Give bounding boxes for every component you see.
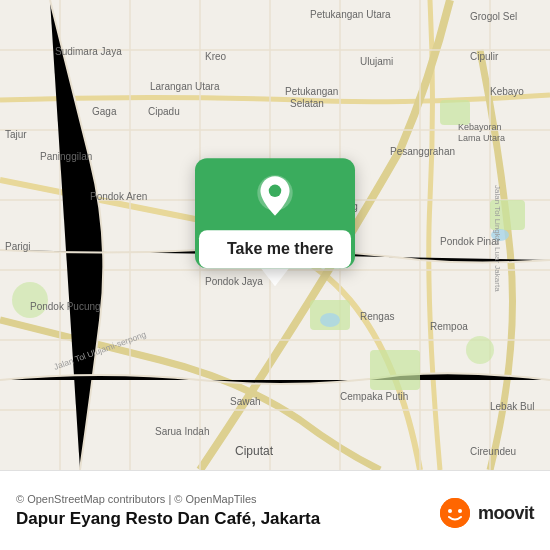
svg-text:Pondok Aren: Pondok Aren: [90, 191, 147, 202]
svg-text:Gaga: Gaga: [92, 106, 117, 117]
moovit-text: moovit: [478, 503, 534, 524]
svg-point-19: [466, 336, 494, 364]
svg-text:Paninggilan: Paninggilan: [40, 151, 92, 162]
moovit-logo: moovit: [440, 498, 534, 528]
svg-text:Pesanggrahan: Pesanggrahan: [390, 146, 455, 157]
svg-text:Sudimara Jaya: Sudimara Jaya: [55, 46, 122, 57]
svg-text:Rengas: Rengas: [360, 311, 394, 322]
svg-text:Lama Utara: Lama Utara: [458, 133, 505, 143]
svg-text:Pondok Pinar: Pondok Pinar: [440, 236, 501, 247]
svg-text:Parigi: Parigi: [5, 241, 31, 252]
popup-box: Take me there: [195, 158, 355, 268]
svg-text:Grogol Sel: Grogol Sel: [470, 11, 517, 22]
bottom-bar: © OpenStreetMap contributors | © OpenMap…: [0, 470, 550, 550]
svg-point-57: [269, 185, 281, 197]
popup-card: Take me there: [195, 158, 355, 286]
svg-text:Jalan Tol Lingkar Luar Jakarta: Jalan Tol Lingkar Luar Jakarta: [493, 185, 502, 292]
svg-text:Ciputat: Ciputat: [235, 444, 274, 458]
svg-text:Petukangan Utara: Petukangan Utara: [310, 9, 391, 20]
svg-text:Cempaka Putih: Cempaka Putih: [340, 391, 408, 402]
svg-text:Petukangan: Petukangan: [285, 86, 338, 97]
take-me-there-button[interactable]: Take me there: [199, 230, 351, 268]
svg-point-60: [458, 509, 462, 513]
svg-point-18: [12, 282, 48, 318]
svg-text:Sarua Indah: Sarua Indah: [155, 426, 210, 437]
svg-rect-15: [370, 350, 420, 390]
svg-text:Rempoa: Rempoa: [430, 321, 468, 332]
svg-text:Cipulir: Cipulir: [470, 51, 499, 62]
moovit-logo-icon: [440, 498, 470, 528]
map-container: Petukangan Utara Grogol Sel Sudimara Jay…: [0, 0, 550, 470]
svg-text:Ulujami: Ulujami: [360, 56, 393, 67]
svg-point-59: [448, 509, 452, 513]
svg-text:Cireundeu: Cireundeu: [470, 446, 516, 457]
svg-text:Pondok Pucung: Pondok Pucung: [30, 301, 101, 312]
svg-text:Kebayo: Kebayo: [490, 86, 524, 97]
svg-text:Sawah: Sawah: [230, 396, 261, 407]
location-pin-icon: [249, 174, 301, 226]
svg-text:Kreo: Kreo: [205, 51, 227, 62]
svg-point-20: [320, 313, 340, 327]
svg-text:Cipadu: Cipadu: [148, 106, 180, 117]
svg-text:Lebak Bul: Lebak Bul: [490, 401, 534, 412]
svg-text:Kebayoran: Kebayoran: [458, 122, 502, 132]
svg-point-58: [440, 498, 470, 528]
svg-text:Larangan Utara: Larangan Utara: [150, 81, 220, 92]
svg-text:Selatan: Selatan: [290, 98, 324, 109]
popup-tail: [261, 268, 289, 286]
svg-text:Tajur: Tajur: [5, 129, 27, 140]
